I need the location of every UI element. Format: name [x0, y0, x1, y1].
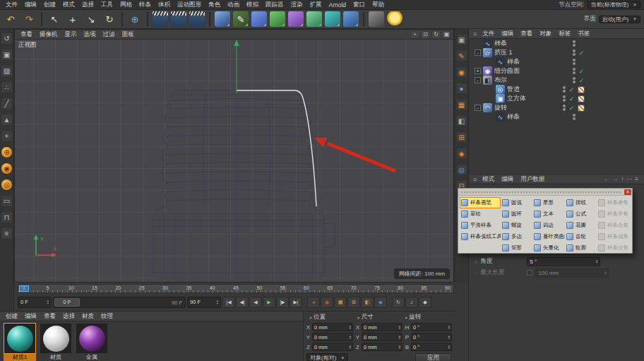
menu-item[interactable]: 模拟 [243, 1, 262, 9]
layout-select[interactable]: 启动(用户) ▼ [599, 16, 640, 23]
rectangle-item[interactable]: 矩形 [501, 242, 532, 254]
timeline-ruler[interactable]: 051015202530354045505560657075808590 [18, 284, 454, 293]
spinner-icon[interactable]: ▴▾ [350, 345, 351, 350]
spline-arc-tool-item[interactable]: 样条弧线工具 [460, 231, 501, 242]
apply-button[interactable]: 应用 [415, 353, 451, 361]
visibility-dots[interactable] [573, 76, 576, 84]
menu-item[interactable]: 角色 [205, 1, 224, 9]
palette-render-icon[interactable]: ◧ [456, 115, 467, 126]
edges-mode-icon[interactable]: ╱ [1, 97, 13, 110]
light-icon[interactable] [387, 11, 402, 27]
next-key-button[interactable]: |▶ [276, 297, 289, 308]
visibility-dots[interactable] [573, 40, 576, 47]
spinner-icon[interactable]: ▴▾ [448, 335, 450, 340]
sketch-item[interactable]: 草绘 [460, 208, 501, 220]
vectorizer-item[interactable]: 矢量化 [532, 242, 565, 254]
texture-mode-icon[interactable]: ▨ [1, 65, 13, 77]
texture-tag[interactable] [578, 105, 585, 112]
palette-camera-icon[interactable]: ▦ [456, 99, 467, 110]
rotate-view-icon[interactable]: ↻ [431, 30, 441, 39]
coordinate-mode-select[interactable]: 对象(相对) ▼ [306, 353, 348, 361]
make-editable-icon[interactable]: ↺ [1, 32, 13, 45]
visibility-dots[interactable] [573, 113, 576, 121]
enable-check[interactable]: ✓ [568, 95, 575, 102]
snap-icon[interactable]: ◎ [1, 179, 13, 191]
tree-item-extrude[interactable]: - ▱ 挤压 1 ✓ [469, 48, 644, 57]
record-position-button[interactable]: ▦ [334, 297, 347, 308]
lock-workplane-icon[interactable]: ⊓ [1, 211, 13, 223]
visibility-dots[interactable] [563, 95, 566, 102]
expander-icon[interactable]: - [475, 49, 481, 56]
current-frame-field[interactable]: 0 F ▴▾ [18, 297, 52, 308]
visibility-dots[interactable] [573, 49, 576, 57]
animation-dot-icon[interactable]: ○ [475, 271, 477, 276]
prev-key-button[interactable]: ◀| [236, 297, 249, 308]
spinner-icon[interactable]: ▴▾ [604, 271, 606, 276]
spline-subtract-item[interactable]: 样条合集 [597, 220, 633, 231]
prev-frame-button[interactable]: ◀ [249, 297, 262, 308]
palette-light-icon[interactable]: ● [456, 83, 467, 94]
spline-pen-icon[interactable]: ✎ [233, 11, 249, 27]
spinner-icon[interactable]: ▴▾ [399, 335, 400, 340]
spline-pen-item[interactable]: 样条画笔 [460, 197, 501, 208]
palette-cube-icon[interactable]: ▣ [456, 34, 467, 45]
redo-icon[interactable]: ↷ [20, 11, 37, 28]
material-menu-item[interactable]: 编辑 [21, 312, 40, 321]
bend-deformer-icon[interactable] [288, 11, 304, 27]
circle-item[interactable]: 圆环 [501, 208, 532, 220]
history-icon[interactable]: ⋯ [626, 176, 632, 182]
coordinate-system-icon[interactable]: ⊕ [126, 11, 143, 28]
palette-sim-icon[interactable]: ◎ [456, 164, 467, 175]
coordinate-field[interactable]: X 0 mm▴▾ [355, 322, 402, 332]
enable-check[interactable]: ✓ [568, 86, 575, 93]
tree-item-spline-top[interactable]: ∿ 样条 [469, 39, 644, 48]
menu-item[interactable]: 编辑 [21, 1, 40, 9]
material-preview[interactable] [40, 324, 71, 353]
up-icon[interactable]: ↑ [621, 176, 624, 182]
menu-item[interactable]: 动画 [224, 1, 243, 9]
object-manager-menu-item[interactable]: 查看 [517, 30, 536, 38]
pan-view-icon[interactable]: + [410, 30, 419, 39]
scale-tool-icon[interactable]: ↘ [83, 11, 100, 28]
tree-item-tube[interactable]: ◎ 管道 ✓ [469, 85, 644, 94]
material-menu-item[interactable]: 材质 [78, 312, 97, 321]
spinner-icon[interactable]: ▴▾ [596, 259, 597, 264]
material-preview[interactable] [4, 324, 35, 353]
viewport-menu-item[interactable]: 选项 [80, 30, 100, 39]
object-manager-menu-item[interactable]: 文件 [479, 30, 498, 38]
tree-item-lathe-spline[interactable]: ∿ 样条 [469, 112, 644, 122]
enable-check[interactable]: ✓ [578, 68, 585, 75]
attribute-manager-menu-item[interactable]: 编辑 [498, 175, 517, 184]
goto-end-button[interactable]: ▶| [290, 297, 302, 308]
spinner-icon[interactable]: ▴▾ [47, 300, 49, 304]
render-settings-icon[interactable] [189, 11, 205, 27]
visibility-dots[interactable] [573, 58, 576, 66]
live-selection-icon[interactable]: ↖ [46, 11, 63, 28]
menu-item[interactable]: 渲染 [287, 1, 306, 9]
material-preview[interactable] [76, 324, 107, 353]
record-scale-button[interactable]: ⊞ [347, 297, 360, 308]
material-menu-item[interactable]: 查看 [40, 312, 59, 321]
end-frame-field[interactable]: 90 F ▴▾ [187, 297, 221, 308]
current-frame-marker[interactable] [19, 285, 29, 292]
menu-item[interactable]: 帮助 [369, 1, 388, 9]
tree-item-lathe[interactable]: - ◠ 旋转 ✓ [469, 103, 644, 112]
visibility-dots[interactable] [573, 67, 576, 75]
record-parameter-button[interactable]: ◈ [374, 297, 387, 308]
expander-icon[interactable]: - [475, 77, 481, 83]
enable-check[interactable]: ✓ [568, 105, 575, 112]
menu-item[interactable]: Arnold [326, 1, 350, 8]
tree-item-subdivision-surface[interactable]: + ◉ 细分曲面 ✓ [469, 66, 644, 76]
range-start-handle[interactable]: 0 F [54, 298, 80, 307]
n-side-item[interactable]: 多边 [501, 231, 532, 242]
material-item-1[interactable]: 材质1 [4, 324, 36, 361]
quantize-icon[interactable]: ≡ [1, 227, 13, 239]
menu-item[interactable]: 运动图形 [174, 1, 205, 9]
menu-item[interactable]: 样条 [136, 1, 155, 9]
coordinate-field[interactable]: H 0 °▴▾ [405, 322, 452, 332]
four-side-item[interactable]: 四边 [532, 220, 565, 231]
field-icon[interactable] [325, 11, 340, 27]
menu-item[interactable]: 网格 [117, 1, 136, 9]
material-item-2[interactable]: 材质 [40, 324, 72, 361]
autokey-button[interactable]: ◉ [321, 297, 333, 308]
